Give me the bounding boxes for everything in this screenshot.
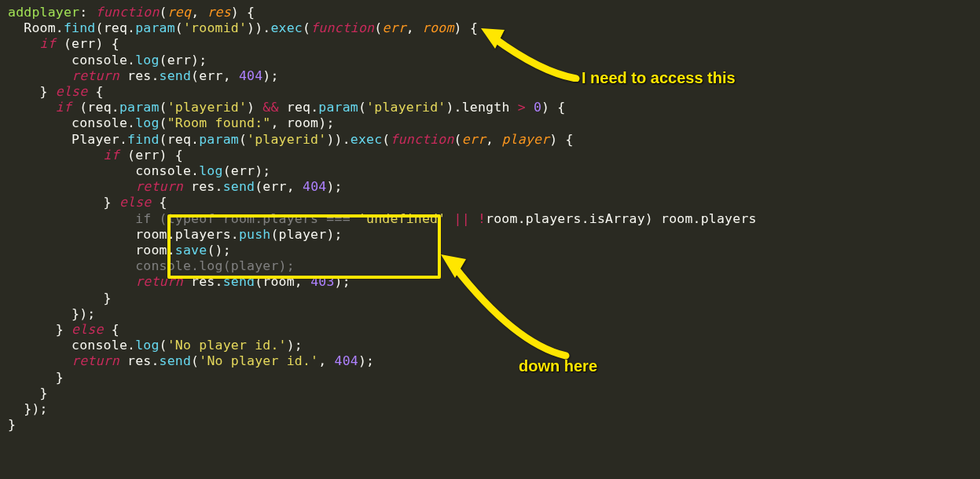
code-line: } <box>8 370 64 385</box>
code-line: } else { <box>8 322 119 337</box>
code-line: Room.find(req.param('roomid')).exec(func… <box>8 20 478 35</box>
code-line: } <box>8 386 48 400</box>
code-line: console.log(err); <box>8 163 270 178</box>
code-line: console.log("Room found:", room); <box>8 115 335 130</box>
code-line: return res.send(err, 404); <box>8 179 343 194</box>
code-line: console.log('No player id.'); <box>8 338 303 353</box>
highlight-box <box>167 214 441 279</box>
code-line: console.log(err); <box>8 53 207 68</box>
code-line: return res.send('No player id.', 404); <box>8 353 374 368</box>
code-line: addplayer: function(req, res) { <box>8 5 255 20</box>
code-line: if (err) { <box>8 148 183 163</box>
code-line: } <box>8 417 16 432</box>
code-line: } else { <box>8 195 167 210</box>
code-line: }); <box>8 401 48 416</box>
arrow-top-icon <box>478 25 580 82</box>
code-line: return res.send(err, 404); <box>8 68 279 83</box>
code-line: }); <box>8 306 95 321</box>
code-line: } <box>8 291 112 305</box>
code-line: } else { <box>8 84 104 99</box>
code-line: Player.find(req.param('playerid')).exec(… <box>8 132 574 147</box>
arrow-bottom-icon <box>436 250 570 360</box>
code-line: if (req.param('playerid') && req.param('… <box>8 100 566 115</box>
code-line: if (err) { <box>8 36 119 51</box>
